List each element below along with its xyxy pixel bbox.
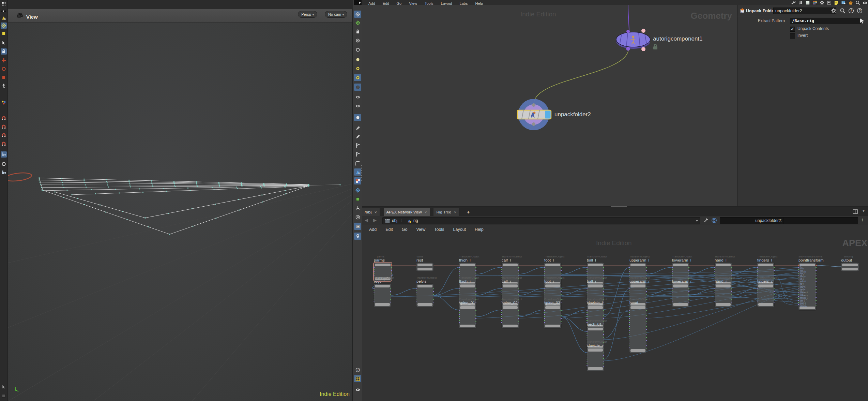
selection-field[interactable]: unpackfolder2:	[720, 217, 785, 224]
breadcrumb-item[interactable]: obj	[392, 218, 397, 224]
menu-add[interactable]: Add	[365, 225, 381, 234]
display-points-icon[interactable]	[354, 114, 361, 121]
apex-node-upperarm_l[interactable]	[629, 263, 646, 286]
render-view-icon[interactable]	[1, 169, 7, 176]
tab-apex-network-view[interactable]: APEX Network View✕	[384, 208, 430, 216]
window-layout-icon[interactable]	[827, 0, 832, 5]
apex-node-spine_02[interactable]	[502, 305, 519, 328]
apex-node-root[interactable]	[374, 284, 391, 307]
scale-tool-icon[interactable]	[1, 74, 7, 80]
apex-node-fingers_l[interactable]	[757, 263, 774, 286]
apex-node-head[interactable]	[629, 305, 646, 353]
locate-pin-icon[interactable]	[354, 233, 361, 240]
apex-node-clavicle_r[interactable]	[587, 348, 604, 371]
up-arrow-icon[interactable]: ↑	[861, 217, 864, 222]
apex-node-lowerarm_r[interactable]	[672, 284, 689, 307]
snapshot-icon[interactable]	[354, 223, 361, 230]
view-tool-icon[interactable]	[1, 151, 7, 158]
bottom-dark-icon[interactable]	[1, 393, 7, 399]
menu-help[interactable]: Help	[470, 225, 488, 234]
apex-node-spine_03[interactable]	[544, 305, 561, 328]
nav-back-icon[interactable]: ◀	[365, 218, 368, 223]
apex-node-output[interactable]	[841, 263, 859, 271]
apex-node-hand_l[interactable]	[715, 263, 732, 286]
new-tab-button[interactable]: +	[467, 208, 470, 216]
reflect-map-icon[interactable]	[354, 187, 361, 194]
pane-expand-icon[interactable]	[354, 0, 362, 5]
node-label[interactable]: unpackfolder2	[554, 111, 591, 118]
close-icon[interactable]: ✕	[425, 211, 427, 214]
param-field[interactable]: /Base.rig	[790, 18, 861, 24]
snap-point-magnet-icon[interactable]	[1, 132, 7, 138]
display-point-markers-icon[interactable]	[354, 124, 361, 132]
bucket-icon[interactable]	[848, 0, 853, 5]
apex-node-rest[interactable]	[416, 263, 433, 271]
geometry-network-editor[interactable]: Indie Edition Geometry	[362, 5, 737, 206]
group-list-icon[interactable]	[354, 195, 361, 203]
gear-icon[interactable]	[831, 8, 837, 15]
menu-tools[interactable]: Tools	[430, 225, 448, 234]
palette-icon[interactable]	[812, 0, 817, 5]
lasso-select-icon[interactable]	[354, 19, 361, 26]
chevron-down-icon[interactable]	[696, 220, 698, 222]
magnifier-icon[interactable]	[840, 8, 846, 15]
select-lattice-tool-icon[interactable]	[1, 23, 7, 29]
apex-node-pointtransform[interactable]: georootpelvisthigh_lspine_01thigh_rcalf_…	[798, 263, 816, 310]
tree-view-icon[interactable]	[798, 0, 803, 5]
apex-node-pelvis[interactable]	[416, 284, 433, 307]
image-add-icon[interactable]	[841, 0, 846, 5]
select-arrow-tool-icon[interactable]	[1, 40, 7, 46]
node-name-field[interactable]	[773, 8, 836, 14]
apex-node-thigh_l[interactable]	[459, 263, 476, 286]
breadcrumb-path[interactable]: obj 〉 rig	[382, 217, 700, 224]
apex-node-calf_l[interactable]	[502, 263, 519, 286]
menu-edit[interactable]: Edit	[381, 225, 397, 234]
checker-icon[interactable]	[820, 0, 824, 5]
display-handles-icon[interactable]	[354, 160, 361, 167]
param-checkbox[interactable]: ✓	[790, 27, 795, 32]
disable-lights-icon[interactable]	[354, 37, 361, 44]
tab--obj[interactable]: /obj✕	[362, 208, 380, 216]
main-menu-grid-icon[interactable]	[1, 1, 7, 7]
add-light-icon[interactable]	[354, 65, 361, 72]
bottom-tool-icon[interactable]	[1, 384, 7, 390]
pattern-picker-arrow-icon[interactable]	[859, 18, 865, 25]
breadcrumb-item[interactable]: rig	[413, 218, 418, 224]
filter-field[interactable]	[783, 217, 858, 224]
grid-display-icon[interactable]	[354, 375, 361, 382]
close-icon[interactable]: ✕	[374, 211, 377, 214]
axis-display-icon[interactable]	[354, 204, 361, 211]
apex-node-calf_r[interactable]	[502, 284, 519, 307]
snap-grid-magnet-icon[interactable]	[1, 115, 7, 121]
display-prim-numbers-icon[interactable]: 12	[354, 151, 361, 158]
magnifier-icon[interactable]	[855, 0, 860, 5]
close-icon[interactable]: ✕	[454, 211, 457, 214]
character-tool-icon[interactable]	[1, 83, 7, 89]
camera-menu[interactable]: No cam▾	[325, 11, 347, 18]
visibility-eye-icon[interactable]	[354, 386, 361, 393]
apex-node-lowerarm_l[interactable]	[672, 263, 689, 286]
help-icon[interactable]: ?	[857, 8, 863, 15]
pose-tool-icon[interactable]	[1, 100, 7, 106]
translate-tool-icon[interactable]	[1, 57, 7, 63]
shelf-collapse-icon[interactable]	[1, 8, 7, 14]
apex-node-foot_l[interactable]	[544, 263, 561, 286]
apex-node-foot_r[interactable]	[544, 284, 561, 307]
lock-tool-icon[interactable]	[1, 48, 7, 55]
window-layout-icon[interactable]	[853, 209, 858, 216]
select-cone-tool-icon[interactable]	[1, 15, 7, 21]
select-box-tool-icon[interactable]	[1, 30, 7, 36]
node-label[interactable]: autorigcomponent1	[653, 35, 703, 42]
info-icon[interactable]: i	[354, 366, 361, 373]
hide-other-objects-icon[interactable]	[354, 93, 361, 101]
apex-node-spine_01[interactable]	[459, 305, 476, 328]
display-cone-icon[interactable]	[354, 168, 361, 176]
tab-rig-tree[interactable]: Rig Tree✕	[433, 208, 459, 216]
apex-node-hand_r[interactable]	[715, 284, 732, 307]
wrench-icon[interactable]	[791, 0, 796, 5]
eye-icon[interactable]	[863, 0, 867, 5]
sticky-note-icon[interactable]	[834, 0, 839, 5]
apex-node-fingers_r[interactable]	[757, 284, 774, 307]
lock-camera-icon[interactable]	[354, 28, 361, 35]
visualizer-icon[interactable]	[354, 213, 361, 221]
